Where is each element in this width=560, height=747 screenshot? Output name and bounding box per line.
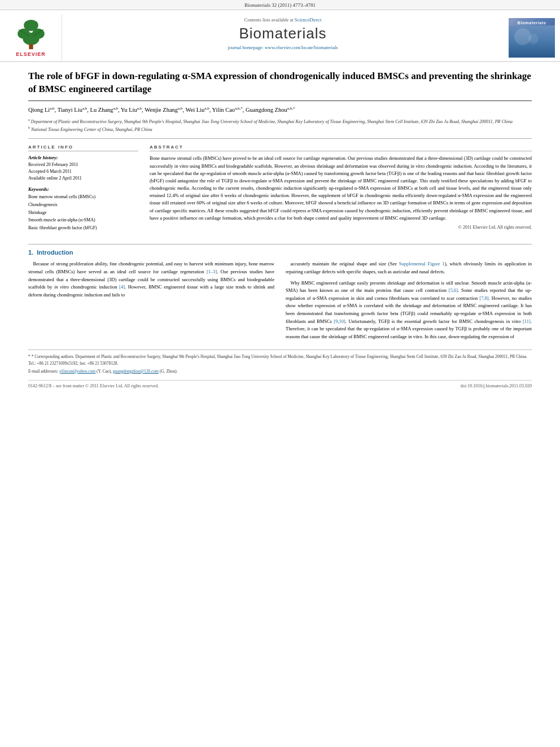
journal-homepage: journal homepage: www.elsevier.com/locat…: [68, 45, 498, 50]
biomaterials-logo-area: Biomaterials: [504, 15, 560, 61]
journal-reference-bar: Biomaterials 32 (2011) 4773–4781: [0, 0, 560, 10]
bottom-bar: 0142-9612/$ – see front matter © 2011 El…: [28, 380, 532, 388]
intro-text-right: accurately maintain the original shape a…: [286, 260, 532, 340]
supplemental-link[interactable]: Supplemental Figure 1: [399, 261, 445, 267]
ref-11-link[interactable]: [11]: [523, 318, 531, 324]
biomaterials-logo-label: Biomaterials: [517, 20, 546, 25]
email-note: E-mail addresses: yilincan@yahoo.com (Y.…: [28, 368, 532, 374]
ref-9-10-link[interactable]: [9,10]: [334, 318, 345, 324]
intro-col-right: accurately maintain the original shape a…: [286, 260, 532, 344]
page-wrapper: Biomaterials 32 (2011) 4773–4781: [0, 0, 560, 747]
abstract-column: ABSTRACT Bone marrow stromal cells (BMSC…: [150, 145, 532, 236]
keyword-1: Bone marrow stromal cells (BMSCs): [28, 193, 138, 201]
journal-title: Biomaterials: [68, 25, 498, 42]
ref-1-3-link[interactable]: [1–3]: [207, 269, 217, 274]
keyword-3: Shrinkage: [28, 209, 138, 217]
email-zhou-link[interactable]: guangdongzhou@126.com: [113, 369, 159, 374]
affiliations: a Department of Plastic and Reconstructi…: [28, 117, 532, 133]
article-title: The role of bFGF in down-regulating α-SM…: [28, 70, 532, 101]
available-line: Available online 2 April 2011: [28, 175, 138, 182]
main-content: The role of bFGF in down-regulating α-SM…: [0, 62, 560, 394]
abstract-label: ABSTRACT: [150, 145, 532, 151]
keywords-list: Bone marrow stromal cells (BMSCs) Chondr…: [28, 193, 138, 231]
introduction-section: 1. Introduction Because of strong prolif…: [28, 244, 532, 344]
email-cao-link[interactable]: yilincan@yahoo.com: [59, 369, 95, 374]
authors-line: Qiong Lia,b, Tianyi Liua,b, Lu Zhanga,b,…: [28, 106, 532, 115]
abstract-text: Bone marrow stromal cells (BMSCs) have p…: [150, 155, 532, 222]
affiliation-b: b National Tissue Engineering Center of …: [28, 125, 532, 133]
accepted-line: Accepted 6 March 2011: [28, 168, 138, 175]
biomaterials-logo-image: [509, 25, 555, 58]
article-info-label: ARTICLE INFO: [28, 145, 138, 151]
affiliation-a: a Department of Plastic and Reconstructi…: [28, 117, 532, 125]
sciencedirect-link[interactable]: ScienceDirect: [295, 17, 322, 23]
journal-header: ELSEVIER Contents lists available at Sci…: [0, 10, 560, 62]
elsevier-tree-icon: [12, 19, 50, 50]
article-history-group: Article history: Received 20 February 20…: [28, 155, 138, 182]
article-info-abstract-section: ARTICLE INFO Article history: Received 2…: [28, 138, 532, 236]
introduction-columns: Because of strong proliferation ability,…: [28, 260, 532, 344]
intro-text-left: Because of strong proliferation ability,…: [28, 260, 274, 299]
article-info-column: ARTICLE INFO Article history: Received 2…: [28, 145, 138, 236]
homepage-link[interactable]: journal homepage: www.elsevier.com/locat…: [228, 45, 338, 50]
ref-4-link[interactable]: [4]: [119, 284, 125, 290]
svg-point-4: [23, 32, 39, 45]
keywords-subhead: Keywords:: [28, 186, 138, 192]
corresponding-author-note: * * Corresponding authors. Department of…: [28, 353, 532, 366]
copyright-line: © 2011 Elsevier Ltd. All rights reserved…: [150, 225, 532, 230]
introduction-title: 1. Introduction: [28, 249, 532, 256]
keywords-group: Keywords: Bone marrow stromal cells (BMS…: [28, 186, 138, 231]
keyword-5: Basic fibroblast growth factor (bFGF): [28, 224, 138, 232]
elsevier-logo-area: ELSEVIER: [0, 15, 62, 61]
journal-ref-text: Biomaterials 32 (2011) 4773–4781: [244, 2, 316, 8]
issn-text: 0142-9612/$ – see front matter © 2011 El…: [28, 383, 159, 388]
elsevier-brand-text: ELSEVIER: [16, 51, 46, 57]
ref-5-6-link[interactable]: [5,6]: [449, 287, 458, 293]
keyword-4: Smooth muscle actin-alpha (α-SMA): [28, 216, 138, 224]
contents-available-line: Contents lists available at ScienceDirec…: [68, 17, 498, 23]
keyword-2: Chondrogenesis: [28, 201, 138, 209]
authors-text: Qiong Lia,b, Tianyi Liua,b, Lu Zhanga,b,…: [28, 107, 295, 113]
footnote-section: * * Corresponding authors. Department of…: [28, 350, 532, 374]
ref-7-8-link[interactable]: [7,8]: [479, 295, 488, 301]
history-subhead: Article history:: [28, 155, 138, 160]
intro-col-left: Because of strong proliferation ability,…: [28, 260, 274, 344]
received-line: Received 20 February 2011: [28, 161, 138, 168]
svg-rect-5: [29, 44, 33, 49]
doi-text: doi:10.1016/j.biomaterials.2011.03.020: [461, 383, 532, 388]
journal-center-info: Contents lists available at ScienceDirec…: [62, 15, 504, 61]
